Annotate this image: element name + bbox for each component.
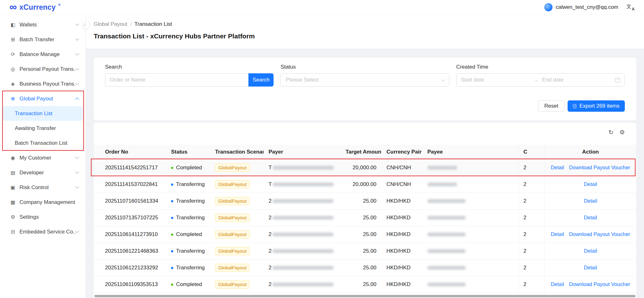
status-label: Transferring — [176, 215, 205, 221]
payee-redacted — [427, 233, 466, 236]
sidebar-collapse-button[interactable] — [82, 21, 90, 29]
payer-cell: T — [264, 176, 341, 193]
detail-link[interactable]: Detail — [584, 248, 597, 254]
search-input[interactable] — [105, 73, 248, 87]
action-cell: Detail — [545, 176, 636, 193]
sidebar-item-company-management[interactable]: ▦Company Management — [3, 195, 83, 210]
chevron-left-icon — [84, 23, 87, 26]
detail-link[interactable]: Detail — [584, 215, 597, 220]
table-row[interactable]: 202511061411273910CompletedGlobalPayout2… — [94, 226, 636, 243]
payer-redacted — [273, 166, 334, 170]
sidebar-item-label: Batch Transfer — [19, 37, 76, 43]
chevron-down-icon — [75, 170, 79, 174]
payer-redacted — [272, 199, 334, 203]
sidebar-item-risk-control[interactable]: ▣Risk Control — [3, 180, 83, 195]
payee-cell — [422, 193, 518, 209]
reset-button[interactable]: Reset — [538, 100, 564, 112]
business-payout-icon: ◈ — [10, 81, 16, 87]
sidebar-item-settings[interactable]: ⚙Settings — [3, 210, 83, 224]
payee-cell — [422, 209, 518, 226]
sidebar-item-business-payout-trans[interactable]: ◈Business Payout Trans... — [3, 76, 83, 91]
payee-redacted — [427, 199, 466, 203]
app-header: xCurrency calwen_test_cny@qq.com — [0, 0, 644, 15]
action-cell: Detail — [545, 259, 636, 276]
filter-card: Search Search Status Please Select — [94, 58, 636, 120]
sidebar-subitem-awaiting-transfer[interactable]: Awaiting Transfer — [3, 121, 83, 136]
payee-cell — [422, 276, 518, 293]
action-cell: Detail — [545, 209, 636, 226]
target-amount-cell: 25.00 — [341, 209, 381, 226]
action-cell: DetailDownload Payout Voucher — [545, 226, 636, 243]
download-payout-voucher-link[interactable]: Download Payout Voucher — [569, 281, 630, 287]
sidebar-item-label: Personal Payout Trans... — [19, 66, 76, 72]
table-row[interactable]: 202511071357107225TransferringGlobalPayo… — [94, 209, 636, 226]
payer-redacted — [272, 283, 334, 286]
user-email[interactable]: calwen_test_cny@qq.com — [556, 4, 618, 10]
target-amount-cell: 25.00 — [341, 243, 381, 259]
table-row[interactable]: 202511061221468363TransferringGlobalPayo… — [94, 243, 636, 259]
sidebar-subitem-transaction-list[interactable]: Transaction List — [3, 106, 83, 121]
search-button[interactable]: Search — [248, 73, 274, 87]
currency-pair-cell: HKD/HKD — [381, 243, 422, 259]
sidebar-item-wallets[interactable]: ◧Wallets — [3, 17, 83, 32]
sidebar-subitem-batch-transaction-list[interactable]: Batch Transaction List — [3, 136, 83, 150]
table-row[interactable]: 202511061109353513CompletedGlobalPayout2… — [94, 276, 636, 293]
chevron-down-icon — [75, 81, 79, 85]
avatar[interactable] — [544, 3, 552, 11]
detail-link[interactable]: Detail — [584, 265, 597, 270]
status-dot-icon — [171, 250, 173, 252]
payee-cell — [422, 226, 518, 243]
download-payout-voucher-link[interactable]: Download Payout Voucher — [569, 165, 630, 170]
detail-link[interactable]: Detail — [551, 165, 564, 170]
status-select[interactable]: Please Select — [280, 73, 449, 87]
translate-icon[interactable] — [626, 3, 635, 11]
xcurrency-logo[interactable]: xCurrency — [9, 3, 61, 12]
table-horizontal-scrollbar[interactable] — [94, 295, 636, 297]
order-no-cell: 202511061221233292 — [94, 259, 166, 276]
sidebar-item-batch-transfer[interactable]: ⊞Batch Transfer — [3, 32, 83, 47]
sidebar-item-global-payout[interactable]: ⊕Global Payout — [3, 91, 83, 106]
table-row[interactable]: 202511061221233292TransferringGlobalPayo… — [94, 259, 636, 276]
payee-cell — [422, 176, 518, 193]
order-no-cell: 202511061221468363 — [94, 243, 166, 259]
breadcrumb-global-payout[interactable]: Global Payout — [94, 21, 127, 27]
target-amount-cell: 25.00 — [341, 259, 381, 276]
payer-prefix: 2 — [269, 265, 271, 271]
table-row[interactable]: 202511071601561334TransferringGlobalPayo… — [94, 193, 636, 209]
status-cell: Transferring — [166, 209, 210, 226]
chevron-up-icon — [75, 98, 79, 102]
scenario-cell: GlobalPayout — [210, 193, 264, 209]
detail-link[interactable]: Detail — [551, 231, 564, 237]
refresh-icon[interactable] — [608, 129, 613, 135]
payer-prefix: 2 — [269, 231, 271, 237]
sidebar-item-personal-payout-trans[interactable]: ◎Personal Payout Trans... — [3, 62, 83, 76]
page-title: Transaction List - xCurrency Hubs Partne… — [94, 32, 636, 40]
status-label: Transferring — [176, 198, 205, 204]
detail-link[interactable]: Detail — [584, 181, 597, 187]
start-date-input[interactable] — [461, 77, 531, 83]
sidebar-item-my-customer[interactable]: ◉My Customer — [3, 150, 83, 165]
table-row[interactable]: 202511141537022841TransferringGlobalPayo… — [94, 176, 636, 193]
export-button[interactable]: Export 269 items — [568, 100, 625, 112]
status-cell: Transferring — [166, 243, 210, 259]
date-range-picker[interactable] — [456, 73, 625, 87]
table-row[interactable]: 202511141542251717CompletedGlobalPayoutT… — [94, 159, 636, 176]
payer-cell: T — [264, 159, 341, 176]
detail-link[interactable]: Detail — [584, 198, 597, 204]
created-time-label: Created Time — [456, 64, 625, 70]
status-cell: Completed — [166, 276, 210, 293]
sidebar-item-developer[interactable]: ▤Developer — [3, 165, 83, 180]
sidebar-item-embedded-service-co[interactable]: ⊟Embedded Service Co... — [3, 224, 83, 239]
shell: ◧Wallets⊞Batch Transfer⟳Balance Manage◎P… — [0, 15, 644, 298]
status-cell: Completed — [166, 226, 210, 243]
detail-link[interactable]: Detail — [551, 281, 564, 287]
payer-prefix: T — [269, 181, 272, 187]
download-payout-voucher-link[interactable]: Download Payout Voucher — [569, 231, 630, 237]
payer-prefix: 2 — [269, 248, 271, 254]
wallet-icon: ◧ — [10, 22, 16, 28]
scenario-tag: GlobalPayout — [215, 180, 250, 188]
sidebar-item-balance-manage[interactable]: ⟳Balance Manage — [3, 47, 83, 62]
end-date-input[interactable] — [542, 77, 612, 83]
table-settings-gear-icon[interactable] — [619, 129, 625, 135]
payer-redacted — [272, 249, 334, 253]
